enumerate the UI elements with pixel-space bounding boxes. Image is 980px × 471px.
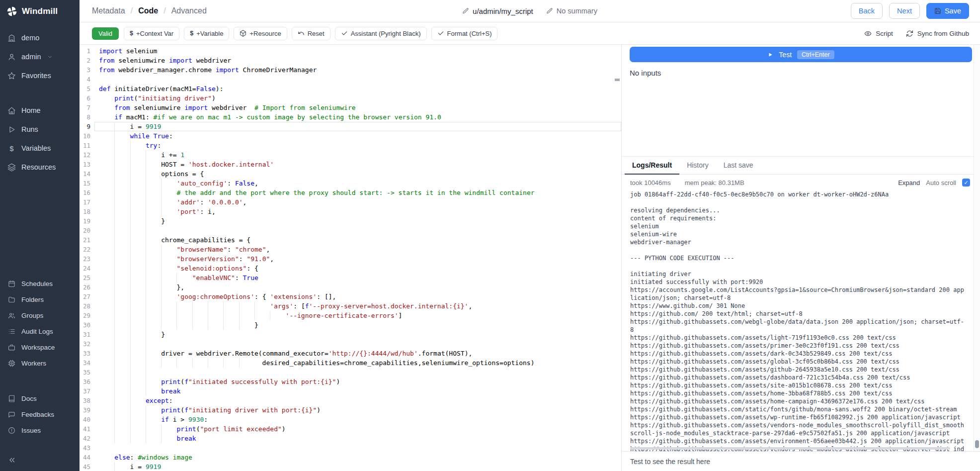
code-line-2[interactable]: 2from seleniumwire import webdriver <box>80 56 621 65</box>
pencil-icon <box>546 7 553 14</box>
save-button[interactable]: Save <box>926 3 969 19</box>
code-line-4[interactable]: 4 <box>80 75 621 84</box>
sidebar-item-home[interactable]: Home <box>0 101 80 120</box>
back-button[interactable]: Back <box>851 3 883 19</box>
code-line-9[interactable]: 9i = 9919 <box>80 122 621 131</box>
code-line-28[interactable]: 28'args': [f'--proxy-server=host.docker.… <box>80 301 621 311</box>
indent-guide <box>130 330 146 339</box>
code-line-8[interactable]: 8if macM1: #if we are on mac m1 -> custo… <box>80 112 621 122</box>
code-line-1[interactable]: 1import selenium <box>80 46 621 56</box>
code-line-31[interactable]: 31} <box>80 330 621 339</box>
reset-button[interactable]: Reset <box>292 27 330 40</box>
code-line-41[interactable]: 41print("port limit exceeded") <box>80 424 621 434</box>
expand-logs-button[interactable]: Expand <box>898 179 920 187</box>
panel-tab-last-save[interactable]: Last save <box>716 157 761 175</box>
indent-guide <box>99 386 114 396</box>
panel-vertical-scrollbar[interactable] <box>974 45 980 451</box>
logs-horizontal-scrollbar[interactable] <box>630 447 950 450</box>
sidebar-item-workers[interactable]: Workers <box>0 355 80 371</box>
code-line-44[interactable]: 44else: #windows image <box>80 453 621 462</box>
collapse-sidebar-button[interactable] <box>2 450 80 470</box>
sidebar-item-feedbacks[interactable]: Feedbacks <box>0 406 80 422</box>
code-line-3[interactable]: 3from webdriver_manager.chrome import Ch… <box>80 65 621 75</box>
code-line-19[interactable]: 19} <box>80 216 621 226</box>
code-line-11[interactable]: 11try: <box>80 141 621 150</box>
sidebar-item-docs[interactable]: Docs <box>0 390 80 406</box>
code-line-25[interactable]: 25"enableVNC": True <box>80 273 621 283</box>
code-line-17[interactable]: 17'addr': '0.0.0.0', <box>80 197 621 207</box>
code-line-6[interactable]: 6print("initiating driver") <box>80 94 621 103</box>
code-line-45[interactable]: 45i = 9919 <box>80 462 621 471</box>
code-line-42[interactable]: 42break <box>80 434 621 443</box>
logs-output[interactable]: job 01864aff-22dd-cf40-f0c5-0ec8e9b50c70… <box>622 189 980 451</box>
sidebar-item-variables[interactable]: $Variables <box>0 139 80 158</box>
header-tab-code[interactable]: Code <box>138 6 158 15</box>
code-line-34[interactable]: 34 desired_capabilities=chrome_capabilit… <box>80 358 621 368</box>
code-line-27[interactable]: 27'goog:chromeOptions': { 'extensions': … <box>80 292 621 301</box>
code-line-12[interactable]: 12i += 1 <box>80 150 621 160</box>
header-tab-metadata[interactable]: Metadata <box>92 6 125 15</box>
code-line-13[interactable]: 13HOST = 'host.docker.internal' <box>80 160 621 169</box>
sidebar-item-admin[interactable]: admin <box>0 47 80 66</box>
sidebar-item-workspace[interactable]: Workspace <box>0 339 80 355</box>
code-line-22[interactable]: 22"browserName": "chrome", <box>80 245 621 254</box>
code-line-32[interactable]: 32 <box>80 339 621 349</box>
sidebar-item-audit-logs[interactable]: Audit Logs <box>0 323 80 339</box>
sidebar-item-folders[interactable]: Folders <box>0 291 80 307</box>
indent-guide <box>99 169 114 179</box>
code-line-23[interactable]: 23"browserVersion": "91.0", <box>80 254 621 264</box>
code-line-26[interactable]: 26}, <box>80 283 621 292</box>
sidebar-item-runs[interactable]: Runs <box>0 120 80 139</box>
code-line-24[interactable]: 24"selenoid:options": { <box>80 264 621 273</box>
code-line-37[interactable]: 37break <box>80 386 621 396</box>
code-line-14[interactable]: 14options = { <box>80 169 621 179</box>
code-line-35[interactable]: 35 <box>80 368 621 377</box>
sidebar-item-resources[interactable]: Resources <box>0 158 80 177</box>
code-line-20[interactable]: 20 <box>80 226 621 235</box>
sidebar-item-schedules[interactable]: Schedules <box>0 276 80 291</box>
code-line-29[interactable]: 29'--ignore-certificate-errors'] <box>80 311 621 320</box>
resource-button[interactable]: +Resource <box>234 27 287 40</box>
indent-guide <box>99 453 114 462</box>
panel-tab-history[interactable]: History <box>679 157 716 175</box>
test-button[interactable]: Test Ctrl+Enter <box>630 47 972 62</box>
variable-button[interactable]: $+Variable <box>184 27 229 40</box>
code-line-16[interactable]: 16# the addr and the port where the prox… <box>80 188 621 197</box>
autoscroll-checkbox[interactable] <box>962 179 970 187</box>
context-var-button[interactable]: $+Context Var <box>124 27 179 40</box>
header-tab-advanced[interactable]: Advanced <box>171 6 207 15</box>
sidebar-item-groups[interactable]: Groups <box>0 307 80 323</box>
sync-from-github-button[interactable]: Sync from Github <box>906 30 969 37</box>
panel-tab-logs-result[interactable]: Logs/Result <box>625 157 679 175</box>
script-button[interactable]: Script <box>864 30 893 37</box>
code-line-15[interactable]: 15'auto_config': False, <box>80 179 621 188</box>
code-line-10[interactable]: 10while True: <box>80 131 621 141</box>
assistant-pyright-black-button[interactable]: Assistant (Pyright Black) <box>335 27 427 40</box>
sidebar-item-issues[interactable]: Issues <box>0 422 80 438</box>
code-line-18[interactable]: 18'port': i, <box>80 207 621 216</box>
code-line-43[interactable]: 43 <box>80 443 621 453</box>
code-line-40[interactable]: 40if i > 9930: <box>80 415 621 424</box>
code-line-30[interactable]: 30} <box>80 320 621 330</box>
next-button[interactable]: Next <box>889 3 920 19</box>
app-logo[interactable]: Windmill <box>0 0 80 22</box>
format-ctrl-s-button[interactable]: Format (Ctrl+S) <box>431 27 498 40</box>
home-icon <box>7 106 16 115</box>
sidebar-item-demo[interactable]: demo <box>0 28 80 47</box>
indent-guide <box>130 396 146 405</box>
code-editor[interactable]: 1import selenium2from seleniumwire impor… <box>80 45 622 471</box>
sidebar-item-label: Feedbacks <box>21 411 54 418</box>
code-line-7[interactable]: 7from seleniumwire import webdriver # Im… <box>80 103 621 112</box>
indent-guide <box>114 169 130 179</box>
code-line-33[interactable]: 33driver = webdriver.Remote(command_exec… <box>80 349 621 358</box>
line-content: } <box>94 216 621 226</box>
script-summary-edit[interactable]: No summary <box>546 7 597 15</box>
code-line-36[interactable]: 36print(f"initiated successfully with po… <box>80 377 621 386</box>
code-line-5[interactable]: 5def initiateDriver(macM1=False): <box>80 84 621 94</box>
sidebar-item-favorites[interactable]: Favorites <box>0 66 80 85</box>
code-line-39[interactable]: 39print(f"initiating driver with port:{i… <box>80 405 621 415</box>
script-path-edit[interactable]: u/admin/my_script <box>462 7 533 15</box>
code-line-21[interactable]: 21chrome_capabilities = { <box>80 235 621 245</box>
scrollbar-thumb[interactable] <box>975 440 979 448</box>
code-line-38[interactable]: 38except: <box>80 396 621 405</box>
